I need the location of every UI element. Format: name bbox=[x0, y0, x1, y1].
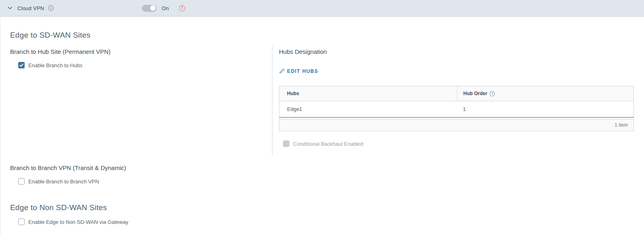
enable-branch-to-hubs-checkbox-row[interactable]: Enable Branch to Hubs bbox=[18, 62, 272, 68]
warning-icon[interactable]: ! bbox=[179, 5, 185, 11]
branch-to-hub-panel: Branch to Hub Site (Permanent VPN) Enabl… bbox=[0, 46, 272, 155]
section-title: Cloud VPN bbox=[17, 5, 44, 11]
checkbox-label: Enable Branch to Hubs bbox=[28, 62, 82, 68]
branch-to-hub-heading: Branch to Hub Site (Permanent VPN) bbox=[10, 48, 272, 56]
checkbox-checked[interactable] bbox=[18, 62, 25, 68]
hubs-designation-panel: Hubs Designation EDIT HUBS Hubs Hub Orde… bbox=[272, 46, 644, 155]
hubs-designation-heading: Hubs Designation bbox=[279, 48, 634, 56]
edit-hubs-label: EDIT HUBS bbox=[287, 68, 318, 74]
toggle-state-label: On bbox=[162, 5, 169, 11]
conditional-backhaul-checkbox-row: Conditional Backhaul Enabled bbox=[283, 140, 634, 147]
edge-to-sdwan-columns: Branch to Hub Site (Permanent VPN) Enabl… bbox=[0, 46, 644, 155]
checkbox-disabled bbox=[283, 140, 289, 147]
checkbox-unchecked[interactable] bbox=[18, 219, 25, 225]
info-icon[interactable]: i bbox=[490, 91, 495, 96]
edge-to-non-sdwan-heading: Edge to Non SD-WAN Sites bbox=[10, 202, 107, 213]
hub-name-cell: Edge1 bbox=[279, 101, 457, 117]
hub-order-cell: 1 bbox=[457, 101, 633, 117]
table-footer: 1 item bbox=[279, 119, 634, 131]
info-icon[interactable]: i bbox=[48, 5, 54, 11]
cloud-vpn-section-header: Cloud VPN i On ! bbox=[0, 0, 644, 17]
edit-hubs-button[interactable]: EDIT HUBS bbox=[279, 68, 318, 74]
pencil-icon bbox=[279, 68, 285, 74]
toggle-knob bbox=[150, 5, 156, 11]
checkbox-label: Enable Branch to Branch VPN bbox=[28, 179, 99, 185]
enable-branch-to-branch-checkbox-row[interactable]: Enable Branch to Branch VPN bbox=[18, 178, 99, 185]
checkbox-unchecked[interactable] bbox=[18, 178, 25, 185]
table-header-row: Hubs Hub Order i bbox=[279, 86, 633, 101]
table-row[interactable]: Edge1 1 bbox=[279, 101, 633, 117]
chevron-down-icon[interactable] bbox=[8, 6, 13, 10]
item-count: 1 item bbox=[614, 122, 628, 128]
branch-to-branch-heading: Branch to Branch VPN (Transit & Dynamic) bbox=[10, 164, 126, 172]
hubs-table: Hubs Hub Order i Edge1 1 bbox=[279, 86, 634, 118]
checkbox-label: Enable Edge to Non SD-WAN via Gateway bbox=[28, 219, 128, 225]
cloud-vpn-toggle[interactable] bbox=[142, 5, 156, 12]
checkbox-label: Conditional Backhaul Enabled bbox=[293, 141, 363, 147]
enable-non-sdwan-gateway-checkbox-row[interactable]: Enable Edge to Non SD-WAN via Gateway bbox=[18, 219, 128, 225]
column-header-hubs[interactable]: Hubs bbox=[279, 86, 457, 101]
edge-to-sdwan-heading: Edge to SD-WAN Sites bbox=[10, 30, 91, 40]
column-header-hub-order[interactable]: Hub Order i bbox=[457, 86, 633, 101]
